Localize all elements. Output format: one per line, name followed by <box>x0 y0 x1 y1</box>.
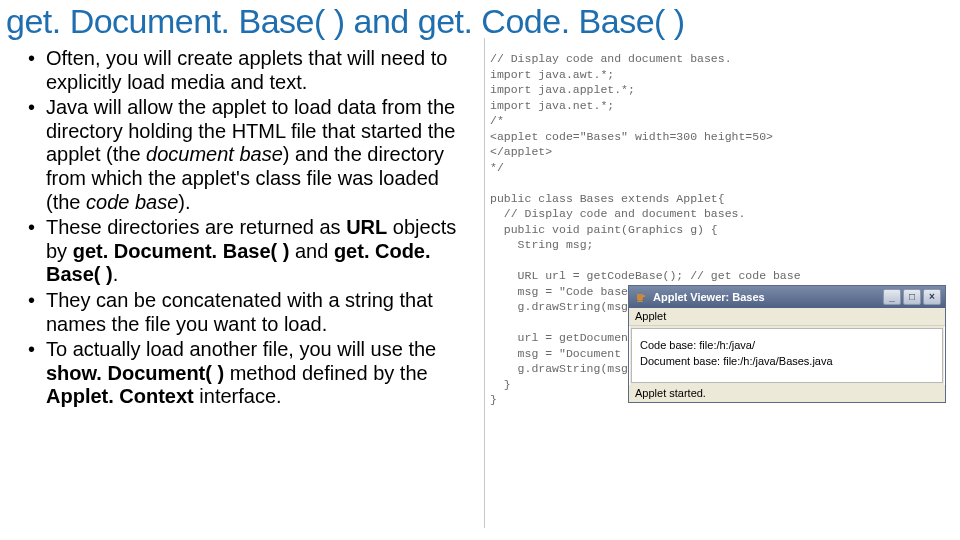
bullet-item: These directories are returned as URL ob… <box>46 216 476 287</box>
bullet-item: Java will allow the applet to load data … <box>46 96 476 214</box>
slide: get. Document. Base( ) and get. Code. Ba… <box>0 0 960 540</box>
canvas-line-codebase: Code base: file:/h:/java/ <box>640 337 934 354</box>
canvas-line-documentbase: Document base: file:/h:/java/Bases.java <box>640 353 934 370</box>
java-cup-icon <box>635 291 647 303</box>
window-status-bar: Applet started. <box>629 385 945 402</box>
bullet-item: Often, you will create applets that will… <box>46 47 476 94</box>
slide-body: Often, you will create applets that will… <box>0 47 960 411</box>
bullet-list: Often, you will create applets that will… <box>10 47 476 409</box>
bullet-item: To actually load another file, you will … <box>46 338 476 409</box>
bullet-text-segment: To actually load another file, you will … <box>46 338 436 360</box>
bullet-text-segment: They can be concatenated with a string t… <box>46 289 433 335</box>
code-column: // Display code and document bases. impo… <box>482 47 954 411</box>
bullet-text-segment: get. Document. Base( ) <box>73 240 290 262</box>
window-buttons: _ □ × <box>883 289 941 305</box>
window-title-text: Applet Viewer: Bases <box>653 291 877 303</box>
slide-title: get. Document. Base( ) and get. Code. Ba… <box>0 0 960 47</box>
bullet-text-segment: show. Document( ) <box>46 362 224 384</box>
maximize-button[interactable]: □ <box>903 289 921 305</box>
applet-viewer-window: Applet Viewer: Bases _ □ × Applet Code b… <box>628 285 946 403</box>
bullet-text-segment: These directories are returned as <box>46 216 346 238</box>
bullet-text-segment: URL <box>346 216 387 238</box>
bullet-text-segment: and <box>289 240 333 262</box>
bullet-text-segment: interface. <box>194 385 282 407</box>
bullet-text-segment: Applet. Context <box>46 385 194 407</box>
bullet-item: They can be concatenated with a string t… <box>46 289 476 336</box>
bullet-text-segment: code base <box>86 191 178 213</box>
bullet-text-segment: Often, you will create applets that will… <box>46 47 447 93</box>
bullet-text-segment: document base <box>146 143 283 165</box>
bullet-column: Often, you will create applets that will… <box>4 47 482 411</box>
applet-canvas: Code base: file:/h:/java/ Document base:… <box>631 328 943 383</box>
window-menu-applet[interactable]: Applet <box>629 308 945 326</box>
close-button[interactable]: × <box>923 289 941 305</box>
minimize-button[interactable]: _ <box>883 289 901 305</box>
window-titlebar: Applet Viewer: Bases _ □ × <box>629 286 945 308</box>
bullet-text-segment: . <box>113 263 119 285</box>
bullet-text-segment: ). <box>178 191 190 213</box>
bullet-text-segment: method defined by the <box>224 362 427 384</box>
